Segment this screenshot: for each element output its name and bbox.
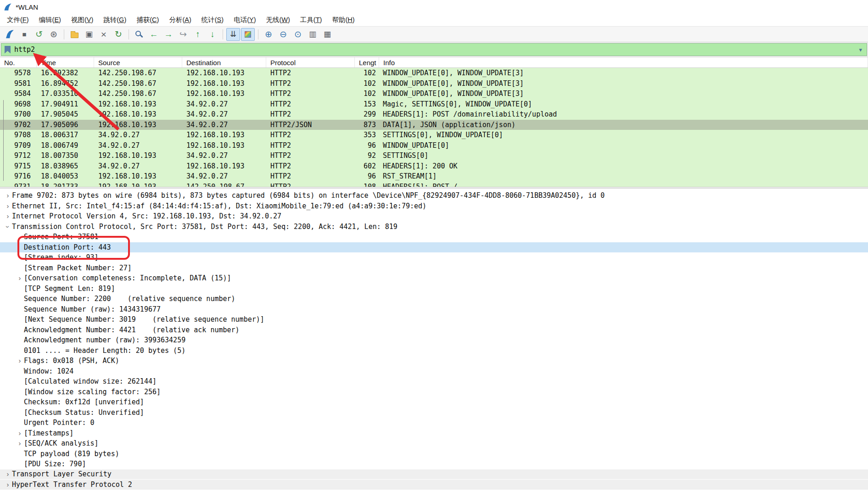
packet-row-9700[interactable]: 970017.905045192.168.10.19334.92.0.27HTT…	[0, 109, 868, 120]
cell-proto: HTTP2	[266, 100, 355, 108]
detail-line[interactable]: ›[Conversation completeness: Incomplete,…	[0, 273, 868, 284]
zoom-in-icon[interactable]: ⊕	[262, 28, 275, 41]
packet-row-9715[interactable]: 971518.03896534.92.0.27192.168.10.193HTT…	[0, 161, 868, 172]
packet-row-9584[interactable]: 958417.033510142.250.198.67192.168.10.19…	[0, 89, 868, 99]
reload-icon[interactable]: ↻	[112, 28, 125, 41]
go-forward-icon[interactable]: →	[162, 28, 175, 41]
menu-item-help[interactable]: 帮助(H)	[327, 14, 359, 26]
start-capture-icon[interactable]	[3, 28, 17, 41]
go-last-icon[interactable]: ↓	[206, 28, 219, 41]
menu-item-edit[interactable]: 编辑(E)	[34, 14, 66, 26]
menu-item-telephony[interactable]: 电话(Y)	[229, 14, 261, 26]
detail-line[interactable]: ›Frame 9702: 873 bytes on wire (6984 bit…	[0, 190, 868, 201]
cell-proto: HTTP2	[266, 162, 355, 170]
expander-icon[interactable]: ›	[16, 428, 24, 439]
restart-capture-icon[interactable]: ↺	[32, 28, 46, 41]
detail-line[interactable]: Window: 1024	[0, 366, 868, 377]
menu-item-capture[interactable]: 捕获(C)	[131, 14, 164, 26]
column-header-info[interactable]: Info	[379, 57, 868, 67]
detail-line[interactable]: Sequence Number: 2200 (relative sequence…	[0, 294, 868, 304]
display-filter-field[interactable]: ▾	[1, 43, 867, 56]
capture-options-icon[interactable]: ⊛	[47, 28, 61, 41]
packet-row-9712[interactable]: 971218.007350192.168.10.19334.92.0.27HTT…	[0, 151, 868, 161]
column-header-src[interactable]: Source	[94, 57, 182, 67]
detail-line[interactable]: ›[Timestamps]	[0, 428, 868, 439]
expander-icon[interactable]: ›	[4, 480, 12, 490]
expander-icon[interactable]: ›	[4, 469, 12, 480]
go-back-icon[interactable]: ←	[147, 28, 161, 41]
expander-icon[interactable]: ›	[4, 201, 12, 212]
menu-item-wireless[interactable]: 无线(W)	[261, 14, 295, 26]
column-header-proto[interactable]: Protocol	[266, 57, 355, 67]
find-packet-icon[interactable]	[132, 28, 146, 41]
menu-item-analyze[interactable]: 分析(A)	[164, 14, 196, 26]
detail-line[interactable]: ›HyperText Transfer Protocol 2	[0, 480, 868, 490]
packet-row-9578[interactable]: 957816.892382142.250.198.67192.168.10.19…	[0, 68, 868, 78]
columns-grid-icon[interactable]: ▦	[320, 28, 334, 41]
go-first-icon[interactable]: ↑	[191, 28, 205, 41]
detail-line[interactable]: [TCP Segment Len: 819]	[0, 284, 868, 294]
detail-line[interactable]: [PDU Size: 790]	[0, 459, 868, 469]
detail-line[interactable]: [Window size scaling factor: 256]	[0, 387, 868, 397]
detail-line[interactable]: Sequence Number (raw): 1434319677	[0, 304, 868, 315]
stop-capture-icon[interactable]: ■	[17, 28, 31, 41]
detail-line[interactable]: [Stream Packet Number: 27]	[0, 263, 868, 274]
packet-row-9708[interactable]: 970818.00631734.92.0.27192.168.10.193HTT…	[0, 130, 868, 140]
expander-icon[interactable]: ›	[4, 190, 12, 201]
packet-row-9581[interactable]: 958116.894752142.250.198.67192.168.10.19…	[0, 78, 868, 89]
detail-text: [TCP Segment Len: 819]	[24, 284, 115, 294]
detail-line[interactable]: Urgent Pointer: 0	[0, 418, 868, 428]
detail-line[interactable]: ›Transmission Control Protocol, Src Port…	[0, 222, 868, 232]
filter-dropdown-icon[interactable]: ▾	[854, 46, 867, 53]
column-header-time[interactable]: Time	[37, 57, 94, 67]
detail-line[interactable]: ›[SEQ/ACK analysis]	[0, 438, 868, 449]
packet-row-9702[interactable]: 970217.905096192.168.10.19334.92.0.27HTT…	[0, 120, 868, 130]
expander-icon[interactable]: ›	[3, 223, 13, 231]
detail-line[interactable]: ›Ethernet II, Src: Intel_f4:15:af (84:14…	[0, 201, 868, 212]
toolbar-separator	[258, 29, 258, 39]
menu-item-view[interactable]: 视图(V)	[66, 14, 98, 26]
detail-line[interactable]: Acknowledgment Number: 4421 (relative ac…	[0, 325, 868, 335]
go-to-packet-icon[interactable]: ↪	[176, 28, 190, 41]
detail-line[interactable]: Checksum: 0xf12d [unverified]	[0, 397, 868, 408]
detail-line[interactable]: ›Flags: 0x018 (PSH, ACK)	[0, 356, 868, 366]
column-header-len[interactable]: Lengt	[355, 57, 379, 67]
expander-icon[interactable]: ›	[16, 356, 24, 366]
autoscroll-icon[interactable]: ⇊	[226, 28, 240, 41]
menu-item-file[interactable]: 文件(F)	[2, 14, 34, 26]
detail-line[interactable]: Source Port: 37581	[0, 232, 868, 242]
column-header-dst[interactable]: Destination	[182, 57, 266, 67]
cell-src: 192.168.10.193	[94, 151, 182, 160]
open-file-icon[interactable]	[67, 28, 81, 41]
detail-text: Acknowledgment number (raw): 3993634259	[24, 335, 185, 346]
packet-row-9716[interactable]: 971618.040053192.168.10.19334.92.0.27HTT…	[0, 171, 868, 182]
detail-line[interactable]: [Next Sequence Number: 3019 (relative se…	[0, 314, 868, 325]
zoom-normal-icon[interactable]: ⊙	[291, 28, 305, 41]
menu-item-tools[interactable]: 工具(T)	[295, 14, 327, 26]
detail-line[interactable]: [Checksum Status: Unverified]	[0, 408, 868, 418]
packet-row-9709[interactable]: 970918.00674934.92.0.27192.168.10.193HTT…	[0, 140, 868, 151]
detail-line[interactable]: Destination Port: 443	[0, 242, 868, 253]
detail-line[interactable]: ›Internet Protocol Version 4, Src: 192.1…	[0, 211, 868, 222]
packet-row-9698[interactable]: 969817.904911192.168.10.19334.92.0.27HTT…	[0, 99, 868, 110]
expander-icon[interactable]: ›	[4, 211, 12, 222]
detail-line[interactable]: Acknowledgment number (raw): 3993634259	[0, 335, 868, 346]
detail-line[interactable]: [Calculated window size: 262144]	[0, 376, 868, 387]
expander-icon[interactable]: ›	[16, 438, 24, 449]
column-header-no[interactable]: No.	[0, 57, 37, 67]
save-file-icon[interactable]: ▣	[82, 28, 96, 41]
detail-line[interactable]: ›Transport Layer Security	[0, 469, 868, 480]
colorize-icon[interactable]	[241, 28, 255, 41]
detail-line[interactable]: [Stream index: 93]	[0, 252, 868, 263]
menu-item-go[interactable]: 跳转(G)	[98, 14, 131, 26]
display-filter-input[interactable]	[14, 44, 854, 56]
detail-line[interactable]: TCP payload (819 bytes)	[0, 449, 868, 459]
resize-columns-icon[interactable]: ▥	[306, 28, 319, 41]
menu-item-statistics[interactable]: 统计(S)	[196, 14, 229, 26]
close-file-icon[interactable]: ×	[97, 28, 111, 41]
expander-icon[interactable]: ›	[16, 273, 24, 284]
filter-bookmark-icon[interactable]	[5, 46, 11, 54]
zoom-out-icon[interactable]: ⊖	[276, 28, 290, 41]
packet-row-9731[interactable]: 973118.201733192.168.10.193142.250.198.6…	[0, 182, 868, 187]
detail-line[interactable]: 0101 .... = Header Length: 20 bytes (5)	[0, 346, 868, 356]
